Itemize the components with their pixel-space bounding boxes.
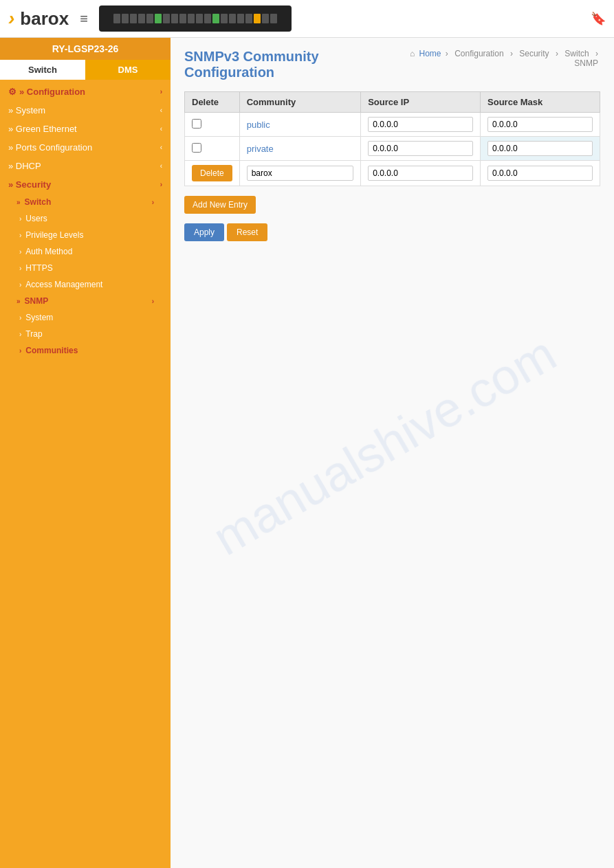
port-11 bbox=[196, 14, 203, 23]
sidebar-item-access-management[interactable]: › Access Management bbox=[0, 276, 171, 293]
input-source-mask-2[interactable] bbox=[487, 141, 593, 156]
sidebar-label-snmp-communities: Communities bbox=[25, 346, 78, 355]
device-name: RY-LGSP23-26 bbox=[0, 38, 171, 60]
breadcrumb-sep2: › bbox=[510, 49, 515, 58]
cell-source-ip-2 bbox=[361, 137, 481, 161]
sidebar-label-snmp-system: System bbox=[25, 313, 53, 322]
chevron-icon-snmp-sys: › bbox=[19, 314, 21, 322]
sidebar-item-privilege-levels[interactable]: › Privilege Levels bbox=[0, 227, 171, 243]
delete-button-row3[interactable]: Delete bbox=[192, 165, 232, 181]
chevron-icon-https: › bbox=[19, 265, 21, 272]
port-10 bbox=[188, 14, 195, 23]
port-diagram bbox=[113, 14, 277, 23]
sidebar-label-dhcp: » DHCP bbox=[8, 161, 41, 171]
sidebar-item-switch[interactable]: » Switch › bbox=[0, 194, 171, 210]
input-source-ip-2[interactable] bbox=[368, 141, 473, 156]
sidebar-label-green-ethernet: » Green Ethernet bbox=[8, 124, 77, 134]
port-13 bbox=[212, 14, 219, 23]
sidebar-label-snmp-trap: Trap bbox=[25, 329, 42, 339]
sidebar-item-auth-method[interactable]: › Auth Method bbox=[0, 243, 171, 260]
sidebar-item-snmp-trap[interactable]: › Trap bbox=[0, 326, 171, 342]
add-new-entry-button[interactable]: Add New Entry bbox=[184, 196, 256, 214]
checkbox-delete-2[interactable] bbox=[192, 143, 201, 153]
port-4 bbox=[138, 14, 145, 23]
port-17 bbox=[245, 14, 252, 23]
breadcrumb-configuration: Configuration bbox=[454, 49, 503, 58]
port-1 bbox=[113, 14, 120, 23]
bookmark-icon[interactable]: 🔖 bbox=[591, 11, 606, 26]
table-row: public bbox=[185, 113, 600, 137]
input-source-mask-1[interactable] bbox=[487, 117, 593, 132]
tab-switch[interactable]: Switch bbox=[0, 60, 85, 80]
cell-community-1: public bbox=[239, 113, 360, 137]
sidebar-item-security[interactable]: » Security › bbox=[0, 175, 171, 194]
breadcrumb-home-icon: ⌂ bbox=[410, 49, 415, 58]
cell-delete-2 bbox=[185, 137, 240, 161]
chevron-right-icon-system: ‹ bbox=[160, 107, 162, 114]
sidebar-item-system[interactable]: » System ‹ bbox=[0, 101, 171, 120]
sidebar-item-snmp-communities[interactable]: › Communities bbox=[0, 342, 171, 359]
chevron-right-icon-pc: ‹ bbox=[160, 144, 162, 151]
port-16 bbox=[237, 14, 244, 23]
chevron-right-icon-dhcp: ‹ bbox=[160, 162, 162, 170]
input-source-ip-3[interactable] bbox=[368, 166, 473, 181]
chevron-down-snmp: › bbox=[152, 298, 154, 305]
top-bar: › barox ≡ 🔖 bbox=[0, 0, 614, 38]
col-header-source-ip: Source IP bbox=[361, 92, 481, 113]
sidebar-label-system: » System bbox=[8, 105, 45, 115]
apply-button[interactable]: Apply bbox=[184, 223, 224, 241]
sidebar: RY-LGSP23-26 Switch DMS ⚙ » Configuratio… bbox=[0, 38, 171, 868]
sidebar-item-users[interactable]: › Users bbox=[0, 210, 171, 227]
chevron-icon-switch: » bbox=[17, 199, 21, 206]
hamburger-icon[interactable]: ≡ bbox=[80, 11, 88, 27]
input-source-mask-3[interactable] bbox=[487, 166, 593, 181]
tab-dms[interactable]: DMS bbox=[85, 60, 171, 80]
cell-community-3 bbox=[239, 161, 360, 186]
col-header-community: Community bbox=[239, 92, 360, 113]
sidebar-item-dhcp[interactable]: » DHCP ‹ bbox=[0, 157, 171, 175]
sidebar-item-configuration[interactable]: ⚙ » Configuration › bbox=[0, 82, 171, 101]
cell-source-mask-3 bbox=[481, 161, 600, 186]
main-content: SNMPv3 Community Configuration ⌂ Home › … bbox=[171, 38, 614, 868]
cell-source-ip-1 bbox=[361, 113, 481, 137]
breadcrumb-sep4: › bbox=[595, 49, 598, 58]
sidebar-label-snmp: SNMP bbox=[25, 296, 49, 306]
chevron-icon-snmp-comm: › bbox=[19, 347, 21, 355]
breadcrumb-snmp: SNMP bbox=[574, 58, 598, 68]
sidebar-label-switch: Switch bbox=[25, 197, 52, 207]
checkbox-delete-1[interactable] bbox=[192, 119, 201, 129]
main-layout: RY-LGSP23-26 Switch DMS ⚙ » Configuratio… bbox=[0, 38, 614, 868]
cell-delete-3: Delete bbox=[185, 161, 240, 186]
port-8 bbox=[171, 14, 178, 23]
chevron-right-icon-ge: ‹ bbox=[160, 125, 162, 133]
sidebar-label-ports-config: » Ports Configuration bbox=[8, 142, 92, 153]
apply-reset-row: Apply Reset bbox=[184, 216, 600, 241]
cell-delete-1 bbox=[185, 113, 240, 137]
gear-icon: ⚙ bbox=[8, 87, 17, 97]
sidebar-item-snmp[interactable]: » SNMP › bbox=[0, 293, 171, 309]
chevron-down-icon-sec: › bbox=[160, 181, 162, 188]
page-title: SNMPv3 Community Configuration bbox=[184, 49, 395, 80]
chevron-icon-auth: › bbox=[19, 248, 21, 256]
table-row: private bbox=[185, 137, 600, 161]
logo-area: › barox ≡ bbox=[8, 8, 88, 30]
breadcrumb-home[interactable]: Home bbox=[419, 49, 441, 58]
input-source-ip-1[interactable] bbox=[368, 117, 473, 132]
sidebar-item-ports-config[interactable]: » Ports Configuration ‹ bbox=[0, 138, 171, 157]
sidebar-label-security: » Security bbox=[8, 179, 51, 190]
tab-bar: Switch DMS bbox=[0, 60, 171, 80]
chevron-down-switch: › bbox=[152, 199, 154, 206]
sidebar-item-https[interactable]: › HTTPS bbox=[0, 260, 171, 276]
port-7 bbox=[163, 14, 170, 23]
sidebar-item-snmp-system[interactable]: › System bbox=[0, 309, 171, 326]
port-2 bbox=[122, 14, 129, 23]
sidebar-item-green-ethernet[interactable]: » Green Ethernet ‹ bbox=[0, 120, 171, 138]
cell-community-2: private bbox=[239, 137, 360, 161]
chevron-right-icon: › bbox=[160, 88, 162, 96]
col-header-delete: Delete bbox=[185, 92, 240, 113]
reset-button[interactable]: Reset bbox=[227, 223, 267, 241]
table-row-edit: Delete bbox=[185, 161, 600, 186]
chevron-icon-snmp-trap: › bbox=[19, 331, 21, 338]
input-community-3[interactable] bbox=[247, 166, 353, 181]
chevron-icon-users: › bbox=[19, 215, 21, 223]
